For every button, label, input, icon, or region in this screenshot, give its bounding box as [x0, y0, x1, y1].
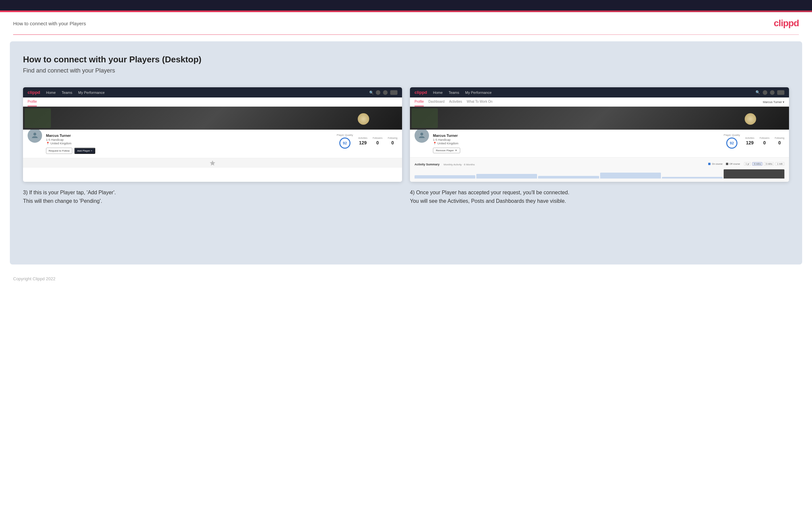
right-chart-area — [414, 169, 784, 178]
left-handicap: 1-5 Handicap — [46, 138, 333, 142]
right-following-value: 0 — [778, 140, 781, 146]
left-nav-myperformance[interactable]: My Performance — [78, 91, 105, 95]
left-quality-label: Player Quality — [337, 133, 353, 136]
on-course-label: On course — [712, 163, 722, 165]
left-profile-info: Marcus Turner 1-5 Handicap 📍 United King… — [46, 133, 333, 154]
left-followers-value: 0 — [376, 140, 379, 146]
globe-icon[interactable] — [390, 90, 398, 95]
left-activities-value: 129 — [359, 140, 367, 146]
left-nav-teams[interactable]: Teams — [62, 91, 72, 95]
right-tabs-row: Profile Dashboard Activities What To Wor… — [410, 98, 789, 107]
right-activity-summary: Activity Summary Monthly Activity · 6 Mo… — [410, 157, 789, 182]
right-quality-label: Player Quality — [724, 133, 740, 136]
left-avatar — [28, 128, 42, 143]
caption-right: 4) Once your Player has accepted your re… — [410, 188, 789, 205]
close-icon: ✕ — [455, 149, 457, 152]
right-action-buttons: Remove Player ✕ — [433, 145, 720, 153]
header-divider — [13, 35, 799, 35]
right-nav: clippd Home Teams My Performance 🔍 — [410, 87, 789, 98]
left-quality-value: 92 — [339, 137, 351, 149]
right-tabs-left: Profile Dashboard Activities What To Wor… — [414, 98, 492, 106]
footer: Copyright Clippd 2022 — [0, 271, 812, 286]
left-tabs: Profile — [23, 98, 402, 107]
page-heading: How to connect with your Players (Deskto… — [23, 54, 789, 65]
right-tab-profile[interactable]: Profile — [414, 98, 424, 106]
right-player-name: Marcus Turner — [433, 133, 720, 137]
left-followers-label: Followers — [372, 137, 383, 139]
off-course-dot — [726, 163, 728, 165]
request-follow-button[interactable]: Request to Follow — [46, 148, 72, 154]
user-icon[interactable] — [376, 90, 380, 95]
left-activities-label: Activities — [358, 137, 367, 139]
bar-5 — [662, 177, 723, 178]
bar-4 — [600, 173, 661, 178]
right-followers-label: Followers — [759, 137, 769, 139]
left-following-label: Following — [388, 137, 398, 139]
legend-off-course: Off course — [726, 163, 740, 165]
breadcrumb: How to connect with your Players — [13, 21, 86, 26]
on-course-dot — [708, 163, 711, 165]
right-activities-label: Activities — [745, 137, 755, 139]
screenshots-row: clippd Home Teams My Performance 🔍 Profi… — [23, 87, 789, 205]
legend-on-course: On course — [708, 163, 722, 165]
right-settings-icon[interactable] — [770, 90, 774, 95]
location-icon: 📍 — [46, 142, 50, 145]
right-tab-whattoon[interactable]: What To Work On — [467, 98, 493, 106]
top-bar — [0, 0, 812, 10]
right-search-icon[interactable]: 🔍 — [756, 90, 760, 95]
filter-1yr[interactable]: 1 yr — [744, 162, 751, 166]
filter-6mths[interactable]: 6 mths — [752, 162, 762, 166]
screenshot-right: clippd Home Teams My Performance 🔍 Profi… — [410, 87, 789, 182]
screenshot-left-col: clippd Home Teams My Performance 🔍 Profi… — [23, 87, 402, 205]
right-activity-left: Activity Summary Monthly Activity · 6 Mo… — [414, 161, 475, 167]
right-user-icon[interactable] — [763, 90, 767, 95]
right-stat-activities: Activities 129 — [745, 137, 755, 146]
right-activity-title: Activity Summary — [414, 163, 440, 166]
right-tab-dashboard[interactable]: Dashboard — [428, 98, 445, 106]
right-profile-info: Marcus Turner 1-5 Handicap 📍 United King… — [433, 133, 720, 153]
right-handicap: 1-5 Handicap — [433, 138, 720, 142]
right-globe-icon[interactable] — [777, 90, 784, 95]
right-profile: Marcus Turner 1-5 Handicap 📍 United King… — [410, 130, 789, 157]
left-player-name: Marcus Turner — [46, 133, 333, 137]
remove-player-button[interactable]: Remove Player ✕ — [433, 148, 460, 153]
right-nav-teams[interactable]: Teams — [449, 91, 459, 95]
main-content: How to connect with your Players (Deskto… — [10, 41, 802, 265]
left-nav-icons: 🔍 — [369, 90, 398, 95]
right-activity-header: Activity Summary Monthly Activity · 6 Mo… — [414, 161, 784, 167]
caption-left: 3) If this is your Player tap, 'Add Play… — [23, 188, 402, 205]
right-activity-period: Monthly Activity · 6 Months — [444, 163, 475, 166]
bar-2 — [476, 174, 537, 178]
right-activity-filters: On course Off course 1 yr 6 mths 3 mths … — [708, 162, 784, 166]
right-user-label[interactable]: Marcus Turner ▾ — [763, 98, 784, 106]
right-hero-overlay — [412, 108, 438, 128]
search-icon[interactable]: 🔍 — [369, 91, 373, 95]
left-hero-image — [23, 107, 402, 130]
filter-3mths[interactable]: 3 mths — [764, 162, 774, 166]
left-nav-home[interactable]: Home — [46, 91, 55, 95]
header: How to connect with your Players clippd — [0, 12, 812, 35]
right-nav-home[interactable]: Home — [433, 91, 443, 95]
right-stats: Player Quality 92 Activities 129 Followe… — [724, 133, 784, 149]
left-nav-logo: clippd — [28, 90, 40, 95]
right-tab-activities[interactable]: Activities — [449, 98, 462, 106]
add-player-button[interactable]: Add Player + — [74, 148, 95, 154]
screenshot-right-col: clippd Home Teams My Performance 🔍 Profi… — [410, 87, 789, 205]
svg-point-1 — [420, 132, 423, 135]
left-action-buttons: Request to Follow Add Player + — [46, 148, 333, 154]
left-stat-following: Following 0 — [388, 137, 398, 146]
right-stat-following: Following 0 — [774, 137, 784, 146]
right-following-label: Following — [774, 137, 784, 139]
tab-profile[interactable]: Profile — [28, 98, 37, 106]
right-followers-value: 0 — [763, 140, 766, 146]
bar-3 — [538, 176, 599, 178]
right-nav-myperformance[interactable]: My Performance — [465, 91, 492, 95]
filter-1mth[interactable]: 1 mth — [775, 162, 784, 166]
right-activities-value: 129 — [746, 140, 754, 146]
settings-icon[interactable] — [383, 90, 388, 95]
right-hero-image — [410, 107, 789, 130]
left-location: 📍 United Kingdom — [46, 142, 333, 145]
left-hero-overlay — [24, 108, 51, 128]
left-nav: clippd Home Teams My Performance 🔍 — [23, 87, 402, 98]
clippd-logo: clippd — [774, 18, 799, 29]
